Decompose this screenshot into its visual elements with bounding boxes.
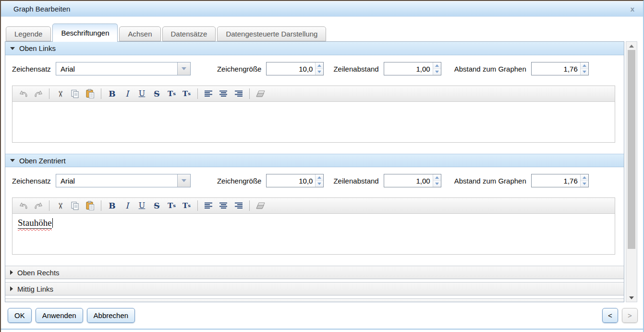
- spinner-down-icon[interactable]: [316, 181, 323, 187]
- align-center-icon[interactable]: [218, 88, 229, 99]
- subscript-icon[interactable]: Ts: [166, 200, 177, 211]
- cut-icon[interactable]: ✂: [55, 88, 66, 99]
- graph-distance-label: Abstand zum Graphen: [454, 65, 526, 73]
- toolbar-separator: [49, 88, 49, 99]
- font-size-spinner[interactable]: 10,0: [266, 174, 324, 187]
- spinner-down-icon[interactable]: [433, 69, 441, 75]
- align-left-icon[interactable]: [203, 88, 214, 99]
- font-size-label: Zeichengröße: [217, 177, 262, 185]
- rich-text-editor: ✂ B I U S Ts Ts: [12, 86, 615, 143]
- align-left-icon[interactable]: [203, 200, 214, 211]
- graph-distance-value: 1,76: [532, 174, 580, 187]
- bold-icon[interactable]: B: [107, 200, 118, 211]
- close-icon[interactable]: x: [631, 5, 634, 12]
- font-family-select[interactable]: Arial: [56, 174, 191, 187]
- spinner-up-icon[interactable]: [433, 174, 441, 181]
- graph-distance-spinner[interactable]: 1,76: [531, 62, 589, 75]
- section-header-oben-links[interactable]: Oben Links: [5, 42, 624, 55]
- section-title: Mittig Rechts: [17, 301, 59, 303]
- apply-button[interactable]: Anwenden: [36, 308, 83, 323]
- section-header-mittig-rechts[interactable]: Mittig Rechts: [5, 298, 624, 302]
- strikethrough-icon[interactable]: S: [151, 200, 162, 211]
- font-label: Zeichensatz: [12, 177, 51, 185]
- align-right-icon[interactable]: [233, 88, 244, 99]
- text-editor-area[interactable]: Stauhöhe: [12, 214, 615, 254]
- line-spacing-label: Zeilenabstand: [333, 65, 378, 73]
- scrollbar-track[interactable]: [626, 249, 637, 294]
- copy-icon[interactable]: [70, 88, 81, 99]
- scrollbar[interactable]: [626, 41, 637, 302]
- spinner-up-icon[interactable]: [433, 62, 441, 69]
- spinner-up-icon[interactable]: [316, 62, 323, 69]
- toolbar-separator: [197, 88, 198, 99]
- section-header-oben-rechts[interactable]: Oben Rechts: [5, 266, 624, 279]
- dialog-title: Graph Bearbeiten: [13, 5, 70, 13]
- section-header-oben-zentriert[interactable]: Oben Zentriert: [5, 154, 624, 167]
- underline-icon[interactable]: U: [136, 88, 147, 99]
- spinner-down-icon[interactable]: [581, 181, 588, 187]
- align-right-icon[interactable]: [233, 200, 244, 211]
- toolbar-separator: [197, 200, 198, 211]
- previous-button[interactable]: <: [602, 308, 618, 323]
- strikethrough-icon[interactable]: S: [151, 88, 162, 99]
- dropdown-button[interactable]: [177, 174, 190, 187]
- eraser-icon[interactable]: [255, 88, 266, 99]
- undo-icon[interactable]: [18, 200, 29, 211]
- tab-datensaetze[interactable]: Datensätze: [162, 26, 216, 41]
- font-family-select[interactable]: Arial: [56, 62, 191, 75]
- font-size-spinner[interactable]: 10,0: [266, 62, 324, 75]
- spinner-up-icon[interactable]: [581, 62, 588, 69]
- cancel-button[interactable]: Abbrechen: [87, 308, 135, 323]
- copy-icon[interactable]: [70, 200, 81, 211]
- toolbar-separator: [101, 88, 101, 99]
- spinner-down-icon[interactable]: [433, 181, 441, 187]
- dialog-footer: OK Anwenden Abbrechen < >: [1, 302, 643, 323]
- superscript-icon[interactable]: Ts: [181, 200, 192, 211]
- spinner-up-icon[interactable]: [316, 174, 323, 181]
- spinner-up-icon[interactable]: [581, 174, 588, 181]
- graph-distance-spinner[interactable]: 1,76: [531, 174, 589, 187]
- bold-icon[interactable]: B: [107, 88, 118, 99]
- italic-icon[interactable]: I: [122, 200, 133, 211]
- redo-icon[interactable]: [33, 88, 44, 99]
- toolbar-separator: [249, 88, 250, 99]
- text-editor-area[interactable]: [12, 102, 615, 142]
- graph-distance-value: 1,76: [532, 62, 580, 75]
- tab-bar: Legende Beschriftungen Achsen Datensätze…: [1, 23, 643, 41]
- tab-legende[interactable]: Legende: [6, 26, 51, 41]
- toolbar-separator: [101, 200, 101, 211]
- spinner-down-icon[interactable]: [581, 69, 588, 75]
- line-spacing-spinner[interactable]: 1,00: [384, 174, 441, 187]
- scrollbar-thumb[interactable]: [628, 50, 635, 249]
- editor-toolbar: ✂ B I U S Ts Ts: [12, 198, 615, 214]
- redo-icon[interactable]: [33, 200, 44, 211]
- ok-button[interactable]: OK: [8, 308, 32, 323]
- font-size-label: Zeichengröße: [217, 65, 262, 73]
- paste-icon[interactable]: [85, 88, 96, 99]
- font-family-value: Arial: [56, 174, 177, 187]
- tab-achsen[interactable]: Achsen: [119, 26, 160, 41]
- scroll-down-icon[interactable]: [626, 294, 637, 302]
- spinner-down-icon[interactable]: [316, 69, 323, 75]
- cut-icon[interactable]: ✂: [55, 200, 66, 211]
- underline-icon[interactable]: U: [136, 200, 147, 211]
- spacer: [1, 17, 643, 23]
- document-text: Stauhöhe: [18, 218, 52, 229]
- italic-icon[interactable]: I: [122, 88, 133, 99]
- next-button[interactable]: >: [622, 308, 638, 323]
- paste-icon[interactable]: [85, 200, 96, 211]
- edit-graph-dialog: Graph Bearbeiten x Legende Beschriftunge…: [0, 0, 644, 332]
- tab-datengesteuerte-darstellung[interactable]: Datengesteuerte Darstellung: [217, 26, 326, 41]
- align-center-icon[interactable]: [218, 200, 229, 211]
- eraser-icon[interactable]: [255, 200, 266, 211]
- tab-beschriftungen[interactable]: Beschriftungen: [52, 24, 118, 42]
- dropdown-button[interactable]: [177, 62, 190, 75]
- undo-icon[interactable]: [18, 88, 29, 99]
- section-header-mittig-links[interactable]: Mittig Links: [5, 282, 624, 295]
- subscript-icon[interactable]: Ts: [166, 88, 177, 99]
- font-label: Zeichensatz: [12, 65, 51, 73]
- line-spacing-label: Zeilenabstand: [333, 177, 378, 185]
- superscript-icon[interactable]: Ts: [181, 88, 192, 99]
- line-spacing-spinner[interactable]: 1,00: [384, 62, 441, 75]
- scroll-up-icon[interactable]: [626, 42, 637, 50]
